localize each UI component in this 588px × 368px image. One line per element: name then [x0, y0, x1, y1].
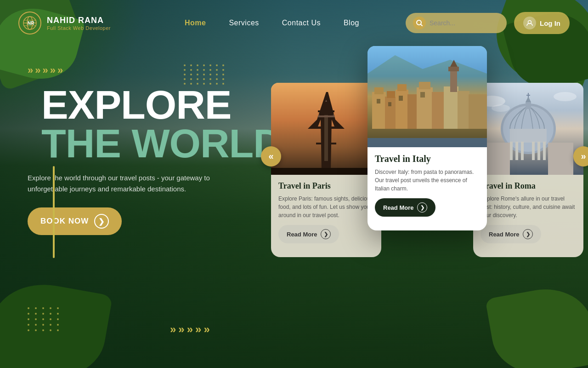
svg-rect-37 — [368, 138, 487, 147]
search-icon — [413, 17, 426, 29]
svg-rect-34 — [450, 69, 457, 92]
leaf-bottom-left — [0, 239, 184, 368]
svg-rect-50 — [537, 142, 540, 160]
brand-name: Nahid Rana — [47, 16, 111, 25]
dot — [35, 324, 37, 326]
dot — [57, 318, 59, 320]
card-paris-desc: Explore Paris: famous sights, delicious … — [278, 195, 374, 219]
dot — [35, 318, 37, 320]
svg-point-56 — [492, 104, 510, 112]
card-italy-read-more[interactable]: Read More ❯ — [375, 198, 435, 217]
hero-title-world: THE WORLD — [41, 124, 285, 163]
card-italy-title: Travel in Italy — [375, 154, 480, 164]
hero-title-explore: EXPLORE — [41, 86, 285, 124]
logo-text: Nahid Rana Full Stack Web Developer — [47, 16, 111, 31]
carousel-prev-button[interactable]: « — [261, 146, 281, 167]
hero-description: Explore the world through our travel pos… — [28, 172, 220, 195]
dot — [50, 324, 51, 326]
hero-left: »»»»» EXPLORE THE WORLD Explore the worl… — [28, 55, 285, 235]
svg-rect-42 — [526, 102, 531, 109]
logo-icon: NR — [18, 12, 41, 34]
dot — [28, 324, 29, 326]
dot — [50, 318, 51, 320]
read-more-icon: ❯ — [321, 229, 331, 239]
card-roma-title: Travel in Roma — [481, 181, 576, 191]
dot — [42, 324, 44, 326]
card-italy-desc: Discover Italy: from pasta to panoramas.… — [375, 168, 480, 193]
read-more-icon: ❯ — [417, 202, 427, 213]
dot — [28, 313, 29, 315]
read-more-label: Read More — [383, 204, 413, 211]
dot — [35, 313, 37, 315]
cards-wrapper: « — [271, 55, 583, 257]
travel-cards-area: « — [271, 55, 588, 257]
svg-rect-53 — [548, 143, 573, 175]
card-paris-content: Travel in Paris Explore Paris: famous si… — [271, 175, 381, 248]
dot — [50, 329, 51, 331]
svg-rect-47 — [515, 142, 518, 160]
brand-tagline: Full Stack Web Developer — [47, 25, 111, 31]
svg-line-7 — [421, 24, 423, 26]
svg-rect-46 — [510, 142, 513, 160]
nav-blog[interactable]: Blog — [344, 19, 359, 27]
book-now-label: BOOK NOW — [40, 217, 89, 226]
dot — [35, 329, 37, 331]
svg-rect-48 — [521, 142, 524, 160]
chevrons-top: »»»»» — [28, 64, 285, 76]
nav-home[interactable]: Home — [185, 19, 206, 27]
dot — [42, 318, 44, 320]
svg-rect-13 — [316, 143, 336, 144]
dot — [28, 329, 29, 331]
dot — [35, 307, 37, 309]
svg-rect-12 — [318, 110, 334, 112]
dot — [42, 313, 44, 315]
dots-bottom-decoration: const dotsBot = document.querySelector('… — [28, 307, 61, 331]
card-roma-content: Travel in Roma Explore Rome's allure in … — [473, 175, 583, 248]
search-box[interactable] — [406, 13, 507, 33]
dot — [28, 307, 29, 309]
card-paris-image — [271, 83, 381, 175]
svg-rect-52 — [487, 143, 510, 175]
login-label: Log In — [540, 19, 560, 27]
dot — [50, 313, 51, 315]
read-more-icon: ❯ — [523, 229, 533, 239]
nav-right: Log In — [406, 12, 570, 34]
svg-rect-51 — [543, 142, 546, 160]
dot — [57, 307, 59, 309]
card-paris-title: Travel in Paris — [278, 181, 374, 191]
user-icon — [523, 17, 536, 29]
dot — [28, 318, 29, 320]
hero-border-accent — [53, 166, 55, 258]
logo-area: NR Nahid Rana Full Stack Web Developer — [18, 12, 111, 34]
card-paris: Travel in Paris Explore Paris: famous si… — [271, 83, 381, 257]
dot — [57, 313, 59, 315]
dot — [57, 324, 59, 326]
dot — [50, 307, 51, 309]
dot — [57, 329, 59, 331]
dot — [42, 307, 44, 309]
nav-contact[interactable]: Contact Us — [282, 19, 321, 27]
leaf-bottom-right — [450, 253, 588, 368]
navbar: NR Nahid Rana Full Stack Web Developer H… — [0, 0, 588, 46]
nav-links: Home Services Contact Us Blog — [157, 19, 387, 27]
chevrons-bottom: »»»»» — [170, 323, 212, 336]
nav-services[interactable]: Services — [229, 19, 259, 27]
svg-rect-35 — [448, 67, 459, 71]
card-roma: Travel in Roma Explore Rome's allure in … — [473, 83, 583, 257]
card-roma-desc: Explore Rome's allure in our travel post… — [481, 195, 576, 219]
svg-marker-33 — [368, 55, 487, 147]
svg-rect-49 — [532, 142, 535, 160]
card-italy: Travel in Italy Discover Italy: from pas… — [368, 46, 487, 230]
dot — [42, 329, 44, 331]
svg-rect-11 — [315, 126, 338, 129]
svg-point-55 — [554, 92, 577, 101]
book-now-button[interactable]: BOOK NOW ❯ — [28, 207, 122, 235]
book-now-icon: ❯ — [94, 214, 109, 229]
card-roma-read-more[interactable]: Read More ❯ — [481, 225, 541, 243]
svg-text:NR: NR — [28, 21, 34, 26]
login-button[interactable]: Log In — [514, 12, 570, 34]
card-italy-content: Travel in Italy Discover Italy: from pas… — [368, 147, 487, 221]
card-paris-read-more[interactable]: Read More ❯ — [278, 225, 339, 243]
svg-rect-14 — [271, 168, 381, 175]
search-input[interactable] — [430, 19, 494, 27]
